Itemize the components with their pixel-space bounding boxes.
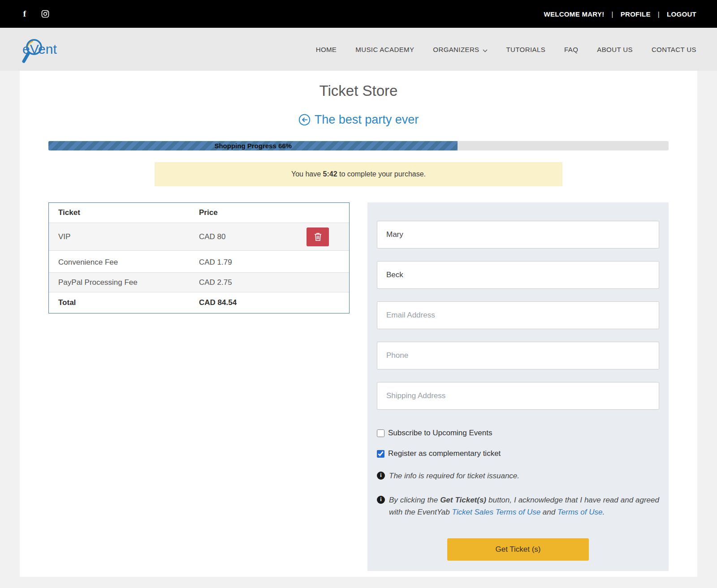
col-ticket: Ticket — [49, 208, 199, 217]
timer-text: to complete your purchase. — [337, 170, 426, 178]
facebook-icon[interactable]: f — [21, 10, 29, 18]
nav-music-academy[interactable]: MUSIC ACADEMY — [355, 46, 414, 53]
fee-name: Convenience Fee — [49, 258, 199, 267]
info-note-1: i The info is required for ticket issuan… — [377, 470, 659, 482]
nav-faq[interactable]: FAQ — [564, 46, 578, 53]
main-content: Ticket Store The best party ever Shoppin… — [20, 71, 697, 577]
table-row-convenience-fee: Convenience Fee CAD 1.79 — [49, 253, 349, 272]
total-price: CAD 84.54 — [199, 298, 349, 307]
nav-contact-us[interactable]: CONTACT US — [652, 46, 696, 53]
complementary-checkbox[interactable] — [377, 450, 384, 458]
header: eVent HOME MUSIC ACADEMY ORGANIZERS TUTO… — [0, 28, 717, 71]
checkout-form-panel: Subscribe to Upcoming Events Register as… — [367, 202, 669, 571]
nav-home[interactable]: HOME — [316, 46, 337, 53]
social-links: f — [21, 10, 49, 18]
subscribe-label: Subscribe to Upcoming Events — [388, 429, 492, 438]
separator: | — [658, 10, 660, 18]
topbar: f WELCOME MARY! | PROFILE | LOGOUT — [0, 0, 717, 28]
timer-text: You have — [291, 170, 323, 178]
shipping-address-field[interactable] — [377, 382, 659, 410]
logout-link[interactable]: LOGOUT — [667, 10, 696, 18]
event-name-link: The best party ever — [315, 113, 419, 127]
last-name-field[interactable] — [377, 261, 659, 289]
delete-ticket-button[interactable] — [307, 227, 329, 246]
table-row-vip: VIP CAD 80 — [49, 223, 349, 250]
shopping-progress-bar: Shopping Progress 66% — [48, 141, 669, 150]
separator: | — [612, 10, 613, 18]
page-title: Ticket Store — [48, 82, 669, 99]
nav-about-us[interactable]: ABOUT US — [597, 46, 633, 53]
info-note-2: i By clicking the Get Ticket(s) button, … — [377, 494, 659, 519]
nav-tutorials[interactable]: TUTORIALS — [506, 46, 546, 53]
info-icon: i — [377, 496, 385, 504]
ticket-price: CAD 80 — [199, 232, 307, 241]
total-label: Total — [49, 298, 199, 307]
main-nav: HOME MUSIC ACADEMY ORGANIZERS TUTORIALS … — [316, 45, 696, 54]
purchase-timer-alert: You have 5:42 to complete your purchase. — [155, 162, 562, 186]
complementary-label: Register as complementary ticket — [388, 449, 501, 458]
instagram-icon[interactable] — [41, 10, 49, 18]
fee-name: PayPal Processing Fee — [49, 278, 199, 287]
timer-value: 5:42 — [323, 170, 337, 178]
get-tickets-button[interactable]: Get Ticket (s) — [447, 538, 589, 561]
complementary-checkbox-row[interactable]: Register as complementary ticket — [377, 449, 659, 458]
subscribe-checkbox-row[interactable]: Subscribe to Upcoming Events — [377, 429, 659, 438]
table-row-paypal-fee: PayPal Processing Fee CAD 2.75 — [49, 272, 349, 292]
table-row-total: Total CAD 84.54 — [49, 292, 349, 313]
col-price: Price — [199, 208, 349, 217]
note-text: By clicking the Get Ticket(s) button, I … — [389, 494, 659, 519]
table-header-row: Ticket Price — [49, 203, 349, 223]
subscribe-checkbox[interactable] — [377, 429, 384, 437]
ticket-summary-table: Ticket Price VIP CAD 80 — [48, 202, 350, 313]
terms-of-use-link-1[interactable]: Ticket Sales Terms of Use — [452, 508, 541, 516]
note-text: The info is required for ticket issuance… — [389, 470, 519, 482]
fee-price: CAD 1.79 — [199, 258, 349, 267]
fee-price: CAD 2.75 — [199, 278, 349, 287]
nav-organizers[interactable]: ORGANIZERS — [433, 45, 487, 54]
first-name-field[interactable] — [377, 221, 659, 249]
info-icon: i — [377, 472, 385, 480]
user-menu: WELCOME MARY! | PROFILE | LOGOUT — [544, 10, 696, 18]
terms-of-use-link-2[interactable]: Terms of Use — [557, 508, 602, 516]
logo-text: eVent — [22, 42, 57, 56]
progress-label: Shopping Progress 66% — [48, 141, 458, 150]
back-arrow-icon — [298, 114, 311, 126]
profile-link[interactable]: PROFILE — [621, 10, 651, 18]
chevron-down-icon — [483, 46, 488, 54]
trash-icon — [314, 232, 322, 241]
ticket-name: VIP — [49, 232, 199, 241]
logo[interactable]: eVent — [21, 42, 57, 57]
event-back-link[interactable]: The best party ever — [48, 113, 669, 127]
email-field[interactable] — [377, 301, 659, 329]
phone-field[interactable] — [377, 342, 659, 369]
welcome-text: WELCOME MARY! — [544, 10, 605, 18]
